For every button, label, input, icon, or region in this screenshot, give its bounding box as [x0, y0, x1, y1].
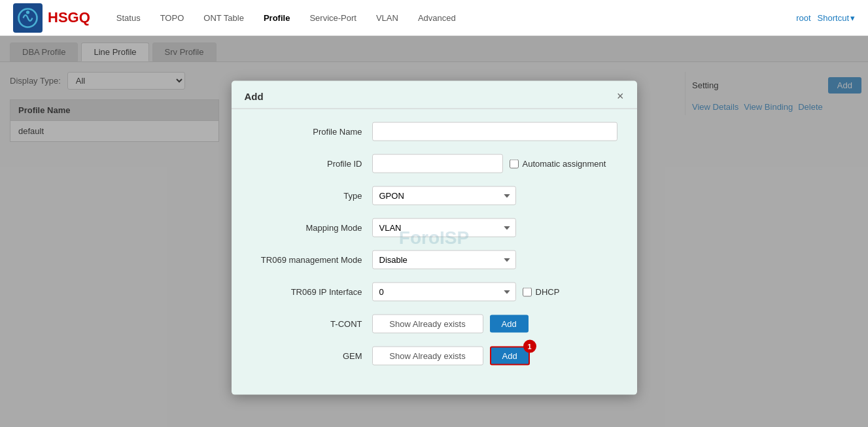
modal-title: Add — [245, 90, 264, 101]
nav-ont-table[interactable]: ONT Table — [203, 13, 244, 23]
type-label: Type — [251, 191, 372, 201]
tcont-label: T-CONT — [251, 319, 372, 329]
tr069-mode-label: TR069 management Mode — [251, 255, 372, 265]
logo-area: HSGQ — [13, 3, 90, 33]
mapping-mode-row: Mapping Mode VLAN GEM HYBRID — [251, 218, 617, 237]
nav-topo[interactable]: TOPO — [160, 13, 184, 23]
profile-id-row: Profile ID Automatic assignment — [251, 154, 617, 173]
tr069-ip-select[interactable]: 0 1 2 — [372, 282, 516, 301]
gem-row: GEM Show Already exists Add 1 — [251, 347, 617, 366]
tr069-mode-row: TR069 management Mode Disable Enable — [251, 250, 617, 269]
tr069-mode-select[interactable]: Disable Enable — [372, 250, 516, 269]
mapping-mode-select[interactable]: VLAN GEM HYBRID — [372, 218, 516, 237]
tr069-ip-label: TR069 IP Interface — [251, 287, 372, 297]
tcont-controls: Show Already exists Add — [372, 315, 529, 333]
svg-point-1 — [26, 10, 29, 14]
main-content: DBA Profile Line Profile Srv Profile Dis… — [0, 36, 868, 427]
automatic-assignment-label: Automatic assignment — [510, 159, 606, 169]
nav-links: Status TOPO ONT Table Profile Service-Po… — [116, 13, 796, 23]
chevron-down-icon: ▾ — [850, 13, 855, 23]
gem-show-already-button[interactable]: Show Already exists — [372, 347, 483, 366]
automatic-assignment-text: Automatic assignment — [523, 159, 606, 169]
top-navigation: HSGQ Status TOPO ONT Table Profile Servi… — [0, 0, 868, 36]
dhcp-label: DHCP — [523, 287, 560, 297]
logo-icon — [13, 3, 43, 33]
gem-add-container: Add 1 — [490, 347, 530, 366]
nav-profile[interactable]: Profile — [264, 13, 290, 23]
mapping-mode-label: Mapping Mode — [251, 223, 372, 233]
tcont-row: T-CONT Show Already exists Add — [251, 315, 617, 333]
modal-close-button[interactable]: × — [617, 90, 624, 102]
add-modal: Add × ForoISP Profile Name Profile ID Au… — [232, 81, 637, 395]
dhcp-checkbox[interactable] — [523, 287, 532, 296]
type-select[interactable]: GPON EPON XGS-PON — [372, 186, 516, 205]
modal-body: ForoISP Profile Name Profile ID Automati… — [232, 109, 637, 395]
tr069-ip-row: TR069 IP Interface 0 1 2 DHCP — [251, 282, 617, 301]
gem-controls: Show Already exists Add 1 — [372, 347, 530, 366]
tcont-show-already-button[interactable]: Show Already exists — [372, 315, 483, 333]
nav-right: root Shortcut ▾ — [796, 13, 855, 23]
dhcp-text: DHCP — [536, 287, 560, 297]
logo-text: HSGQ — [48, 9, 90, 26]
nav-service-port[interactable]: Service-Port — [309, 13, 356, 23]
profile-name-label: Profile Name — [251, 127, 372, 137]
profile-name-input[interactable] — [372, 122, 617, 141]
profile-name-row: Profile Name — [251, 122, 617, 141]
automatic-assignment-checkbox[interactable] — [510, 159, 519, 168]
nav-status[interactable]: Status — [116, 13, 141, 23]
gem-label: GEM — [251, 351, 372, 361]
type-row: Type GPON EPON XGS-PON — [251, 186, 617, 205]
nav-user[interactable]: root — [796, 13, 810, 23]
gem-badge: 1 — [523, 340, 536, 353]
profile-id-label: Profile ID — [251, 159, 372, 169]
shortcut-label: Shortcut — [818, 13, 849, 23]
modal-header: Add × — [232, 81, 637, 109]
profile-id-input[interactable] — [372, 154, 503, 173]
tcont-add-button[interactable]: Add — [490, 315, 529, 333]
nav-advanced[interactable]: Advanced — [418, 13, 456, 23]
nav-vlan[interactable]: VLAN — [376, 13, 398, 23]
nav-shortcut[interactable]: Shortcut ▾ — [818, 13, 855, 23]
